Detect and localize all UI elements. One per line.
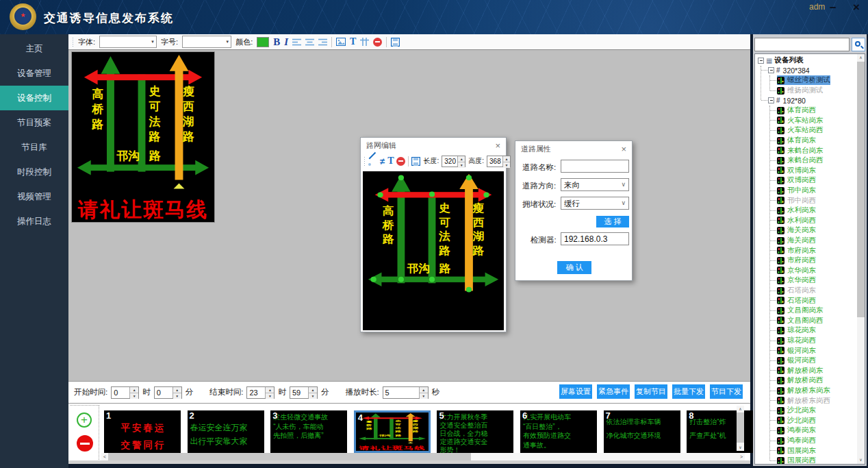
device-item[interactable]: 海关岗东 [755, 225, 865, 236]
device-item[interactable]: 国展岗东 [755, 445, 865, 456]
playlist-thumb-6[interactable]: 6扎实开展电动车 “百日整治”， 有效预防道路交 通事故。 [520, 410, 597, 453]
remove-program-button[interactable] [77, 435, 93, 452]
start-min-spinner[interactable]: 0▲▼ [154, 386, 182, 399]
expander-icon[interactable] [768, 67, 774, 73]
device-tree-root[interactable]: ▦设备列表 [755, 56, 865, 66]
device-item[interactable]: 京华岗西 [755, 275, 865, 286]
delete-icon[interactable] [373, 38, 382, 47]
device-item[interactable]: 来鹤台岗西 [755, 156, 865, 166]
device-item[interactable]: 火车站岗西 [755, 125, 865, 136]
sidebar-item-1[interactable]: 设备管理 [0, 61, 68, 86]
align-left-icon[interactable] [292, 38, 301, 46]
device-item[interactable]: 琼花岗东 [755, 325, 865, 336]
save-icon[interactable] [391, 38, 400, 47]
duration-spinner[interactable]: 5▲▼ [383, 386, 429, 399]
device-item[interactable]: 双博岗东 [755, 166, 865, 176]
device-item[interactable]: 水利岗东 [755, 206, 865, 216]
add-program-button[interactable]: + [77, 412, 92, 428]
height-spinner[interactable]: 368▲▼ [487, 156, 511, 167]
device-item[interactable]: 解放桥岗西 [755, 375, 865, 386]
roadnet-delete-icon[interactable] [396, 157, 405, 166]
device-item[interactable]: 银河岗西 [755, 356, 865, 366]
tree-scrollbar[interactable]: ∧∨ [857, 54, 865, 464]
device-group-320*384[interactable]: #320*384 [755, 66, 865, 76]
sidebar-item-2[interactable]: 设备控制 [0, 86, 68, 110]
draw-road-icon[interactable] [368, 157, 377, 166]
device-item[interactable]: 国展岗西 [755, 456, 865, 465]
playlist-thumb-2[interactable]: 2春运安全连万家 出行平安靠大家 [188, 410, 264, 453]
playlist-thumb-1[interactable]: 1平安春运 交警同行 [104, 410, 181, 453]
align-center-icon[interactable] [305, 38, 314, 46]
road-name-input[interactable] [561, 160, 629, 173]
font-select[interactable]: ▼ [99, 36, 157, 48]
device-search-input[interactable] [754, 38, 850, 51]
sidebar-item-6[interactable]: 视频管理 [0, 184, 68, 209]
italic-icon[interactable]: I [284, 36, 288, 48]
align-right-icon[interactable] [318, 38, 327, 46]
playlist-hscrollbar[interactable]: < > [101, 453, 745, 460]
device-item[interactable]: 解放桥东岗西 [755, 395, 865, 406]
playlist-thumb-4[interactable]: 4高桥路史可法路瘦西湖路邗沟路请礼让斑马线 [354, 410, 431, 453]
end-min-spinner[interactable]: 59▲▼ [290, 386, 318, 399]
playlist-thumb-5[interactable]: 5大力开展秋冬季 交通安全整治百 日会战，全力稳 定道路交通安全 形势！ [437, 410, 513, 453]
props-dialog-close-icon[interactable]: × [621, 144, 626, 154]
text-tool-icon[interactable]: T [350, 36, 356, 47]
jam-select[interactable]: 缓行∨ [561, 197, 629, 210]
device-item[interactable]: 解放桥东岗东 [755, 386, 865, 396]
device-item[interactable]: 京华岗东 [755, 266, 865, 276]
schedule-button-4[interactable]: 节目下发 [710, 384, 743, 399]
schedule-button-0[interactable]: 屏幕设置 [559, 384, 592, 399]
image-icon[interactable] [336, 38, 346, 46]
playlist-vscrollbar[interactable]: ∧ ∨ [737, 406, 744, 451]
device-item[interactable]: 双博岗西 [755, 175, 865, 186]
expander-icon[interactable] [758, 58, 764, 64]
device-item[interactable]: 维扬岗测试 [755, 86, 865, 96]
length-spinner[interactable]: 320▲▼ [442, 156, 465, 167]
device-item[interactable]: 沙北岗东 [755, 406, 865, 416]
sidebar-item-5[interactable]: 时段控制 [0, 160, 68, 184]
confirm-button[interactable]: 确 认 [557, 261, 591, 274]
close-button[interactable]: × [853, 1, 860, 14]
device-item[interactable]: 体育岗东 [755, 136, 865, 146]
search-button[interactable] [852, 38, 865, 51]
device-item[interactable]: 石塔岗西 [755, 295, 865, 306]
expander-icon[interactable] [768, 97, 774, 103]
device-item[interactable]: 螺丝湾桥测试 [755, 75, 865, 86]
device-item[interactable]: 解放桥岗东 [755, 366, 865, 376]
schedule-button-2[interactable]: 复制节目 [635, 384, 667, 399]
device-item[interactable]: 邗中岗东 [755, 186, 865, 196]
color-swatch[interactable] [257, 37, 269, 47]
playlist-thumb-8[interactable]: 8打击整治“炸 严查严处“机 [687, 410, 763, 453]
device-item[interactable]: 琼花岗西 [755, 336, 865, 346]
road-dir-select[interactable]: 来向∨ [561, 178, 629, 191]
playlist-thumb-3[interactable]: 3发生轻微交通事故 “人未伤，车能动 先拍照，后撤离” [270, 410, 347, 453]
schedule-button-3[interactable]: 批量下发 [672, 384, 705, 399]
roadnet-text-icon[interactable]: T [387, 156, 394, 167]
sidebar-item-7[interactable]: 操作日志 [0, 209, 68, 234]
minimize-button[interactable]: – [830, 1, 836, 14]
end-hour-spinner[interactable]: 23▲▼ [246, 386, 275, 399]
device-group-192*80[interactable]: #192*80 [755, 95, 865, 106]
device-item[interactable]: 体育岗西 [755, 106, 865, 116]
sidebar-item-4[interactable]: 节目库 [0, 135, 68, 160]
size-select[interactable]: ▼ [182, 36, 231, 48]
time-tool-icon[interactable] [360, 38, 369, 46]
detector-input[interactable]: 192.168.0.3 [561, 232, 629, 245]
device-item[interactable]: 鸿泰岗东 [755, 426, 865, 436]
device-item[interactable]: 火车站岗东 [755, 116, 865, 126]
device-item[interactable]: 市府岗西 [755, 256, 865, 266]
playlist-thumb-7[interactable]: 7依法治理非标车辆 净化城市交通环境 [604, 410, 680, 453]
device-item[interactable]: 市府岗东 [755, 245, 865, 256]
choose-button[interactable]: 选 择 [596, 216, 629, 227]
device-item[interactable]: 海关岗西 [755, 236, 865, 246]
device-item[interactable]: 文昌阁岗西 [755, 316, 865, 326]
schedule-button-1[interactable]: 紧急事件 [597, 384, 630, 399]
roadnet-dialog-close-icon[interactable]: × [495, 140, 500, 151]
device-item[interactable]: 来鹤台岗东 [755, 145, 865, 156]
sidebar-item-3[interactable]: 节目预案 [0, 110, 68, 135]
bold-icon[interactable]: B [273, 36, 280, 48]
roadnet-save-icon[interactable] [411, 157, 420, 166]
device-item[interactable]: 银河岗东 [755, 345, 865, 356]
roadnet-canvas[interactable]: 高桥路史可法路瘦西湖路邗沟路 [363, 171, 504, 330]
device-item[interactable]: 石塔岗东 [755, 286, 865, 296]
